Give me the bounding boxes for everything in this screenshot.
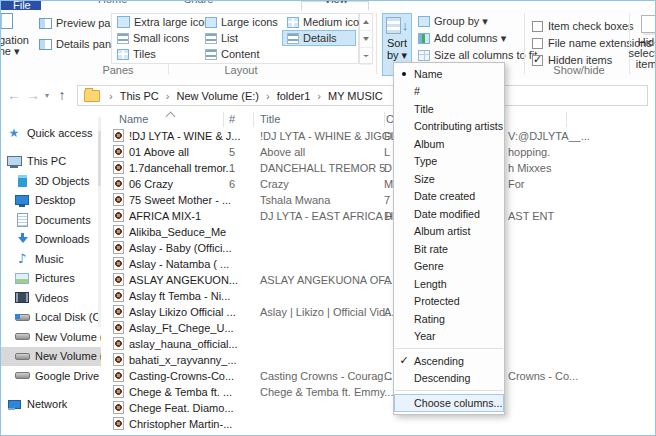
file-name-cell[interactable]: Chege & Temba ft. ... bbox=[129, 384, 232, 400]
layout-gallery-item[interactable]: Tiles bbox=[112, 46, 200, 62]
sort-menu-item[interactable]: Protected bbox=[394, 293, 504, 311]
file-name-cell[interactable]: 06 Crazy bbox=[129, 176, 173, 192]
sort-menu-item[interactable]: Album bbox=[394, 135, 504, 153]
file-row[interactable]: aslay_hauna_official... bbox=[107, 336, 654, 352]
breadcrumb-label[interactable]: folder1 bbox=[273, 90, 315, 102]
sidebar-item[interactable]: Quick access bbox=[1, 123, 101, 143]
file-name-cell[interactable]: Casting-Crowns-Co... bbox=[129, 368, 234, 384]
sort-menu-item[interactable]: Type bbox=[394, 153, 504, 171]
column-separator[interactable] bbox=[384, 112, 385, 127]
checkbox-icon[interactable] bbox=[532, 21, 543, 32]
gallery-scroll-up[interactable] bbox=[360, 14, 372, 31]
group-by-button[interactable]: Group by ▾ bbox=[418, 15, 488, 28]
file-row[interactable]: AFRICA MIX-1 DJ LYTA - EAST AFRICA HI...… bbox=[107, 208, 654, 224]
sort-menu-item[interactable]: Date created bbox=[394, 188, 504, 206]
sort-menu-item[interactable]: Size bbox=[394, 170, 504, 188]
column-separator[interactable] bbox=[566, 112, 567, 127]
file-row[interactable]: Aslay ft Temba - Ni... bbox=[107, 288, 654, 304]
sidebar-item[interactable]: Videos bbox=[1, 288, 101, 308]
layout-gallery-item[interactable]: Small icons bbox=[112, 30, 200, 46]
file-row[interactable]: Chege Feat. Diamo... bbox=[107, 400, 654, 416]
breadcrumb-label[interactable]: MY MUSIC bbox=[324, 90, 387, 102]
sidebar-item[interactable]: 3D Objects bbox=[1, 171, 101, 191]
up-button[interactable]: ↑ bbox=[54, 79, 70, 111]
file-row[interactable]: Casting-Crowns-Co... Casting Crowns - Co… bbox=[107, 368, 654, 384]
sidebar-item[interactable]: Network bbox=[1, 395, 101, 415]
column-header-title[interactable]: Title bbox=[260, 111, 280, 128]
layout-gallery-item[interactable]: List bbox=[200, 30, 282, 46]
breadcrumb-label[interactable]: New Volume (E:) bbox=[172, 90, 263, 102]
file-row[interactable]: 75 Sweet Mother - ... Tshala Mwana 7 bbox=[107, 192, 654, 208]
checkbox-checked-icon[interactable] bbox=[532, 55, 543, 66]
sort-menu-item[interactable]: Bit rate bbox=[394, 240, 504, 258]
sidebar-item[interactable]: This PC bbox=[1, 152, 101, 172]
sort-menu-item[interactable]: Descending bbox=[394, 370, 504, 388]
file-name-cell[interactable]: aslay_hauna_official... bbox=[129, 336, 238, 352]
file-row[interactable]: Aslay - Natamba ( ... bbox=[107, 256, 654, 272]
hide-selected-items-button[interactable]: Hide selected items bbox=[617, 15, 656, 70]
breadcrumb-segment[interactable]: This PC › bbox=[116, 90, 173, 102]
sidebar-item[interactable]: Local Disk (C:) bbox=[1, 308, 101, 328]
details-pane-button[interactable]: Details pane bbox=[39, 38, 117, 50]
sidebar-item[interactable]: Pictures bbox=[1, 269, 101, 289]
file-row[interactable]: 1.7dancehall tremor... 1 DANCEHALL TREMO… bbox=[107, 160, 654, 176]
file-row[interactable]: bahati_x_rayvanny_... bbox=[107, 352, 654, 368]
breadcrumb-segment[interactable]: New Volume (E:) › bbox=[172, 90, 272, 102]
file-name-cell[interactable]: Aslay_Ft_Chege_U... bbox=[129, 320, 234, 336]
sort-menu-item[interactable]: Ascending bbox=[394, 352, 504, 370]
tab-file[interactable]: File bbox=[1, 1, 41, 10]
column-header-number[interactable]: # bbox=[229, 111, 235, 128]
file-row[interactable]: Aslay - Baby (Offici... bbox=[107, 240, 654, 256]
file-name-cell[interactable]: 01 Above all bbox=[129, 144, 189, 160]
sort-menu-item[interactable]: Rating bbox=[394, 310, 504, 328]
sidebar-item[interactable]: Music bbox=[1, 249, 101, 269]
sidebar-item[interactable]: Documents bbox=[1, 210, 101, 230]
layout-gallery-item[interactable]: Content bbox=[200, 46, 282, 62]
sort-menu-item[interactable]: Choose columns... bbox=[394, 394, 504, 412]
file-row[interactable]: Alikiba_Seduce_Me bbox=[107, 224, 654, 240]
file-row[interactable]: !DJ LYTA - WINE & J... !DJ LYTA - WHINE … bbox=[107, 128, 654, 144]
file-name-cell[interactable]: Christopher Martin-... bbox=[129, 416, 232, 432]
forward-button[interactable]: → bbox=[25, 79, 41, 111]
sidebar-item[interactable]: New Volume (D:) bbox=[1, 327, 101, 347]
sort-menu-item[interactable]: # bbox=[394, 83, 504, 101]
gallery-scrollbar[interactable] bbox=[359, 13, 373, 64]
file-name-cell[interactable]: bahati_x_rayvanny_... bbox=[129, 352, 237, 368]
layout-gallery-item[interactable]: Details bbox=[282, 30, 356, 46]
file-name-cell[interactable]: 1.7dancehall tremor... bbox=[129, 160, 235, 176]
layout-gallery-item[interactable]: Large icons bbox=[200, 14, 282, 30]
tab-view[interactable]: View bbox=[301, 1, 369, 10]
sort-menu-item[interactable]: Contributing artists bbox=[394, 118, 504, 136]
gallery-more-button[interactable] bbox=[360, 48, 372, 65]
file-name-cell[interactable]: Aslay - Baby (Offici... bbox=[129, 240, 232, 256]
crumb-chevron-icon[interactable]: › bbox=[314, 90, 324, 102]
sort-menu-item[interactable]: Date modified bbox=[394, 205, 504, 223]
recent-locations-dropdown[interactable]: ▾ bbox=[42, 79, 52, 111]
file-name-cell[interactable]: !DJ LYTA - WINE & J... bbox=[129, 128, 240, 144]
breadcrumb-label[interactable]: This PC bbox=[116, 90, 163, 102]
breadcrumb-segment[interactable]: MY MUSIC › bbox=[324, 90, 387, 102]
sort-menu-item[interactable]: Year bbox=[394, 328, 504, 346]
file-row[interactable]: Aslay Likizo Official ... Aslay | Likizo… bbox=[107, 304, 654, 320]
column-separator[interactable] bbox=[253, 112, 254, 127]
size-all-columns-button[interactable]: Size all columns to fit bbox=[418, 49, 537, 61]
crumb-chevron-icon[interactable]: › bbox=[163, 90, 173, 102]
layout-gallery-item[interactable]: Medium icons bbox=[282, 14, 356, 30]
breadcrumb-segment[interactable]: folder1 › bbox=[273, 90, 324, 102]
file-row[interactable]: 06 Crazy 6 Crazy M For bbox=[107, 176, 654, 192]
sidebar-item[interactable]: Desktop bbox=[1, 191, 101, 211]
file-name-cell[interactable]: Aslay ft Temba - Ni... bbox=[129, 288, 230, 304]
sort-menu-item[interactable]: Name bbox=[394, 65, 504, 83]
file-name-cell[interactable]: Aslay Likizo Official ... bbox=[129, 304, 236, 320]
file-name-cell[interactable]: AFRICA MIX-1 bbox=[129, 208, 201, 224]
file-row[interactable]: Christopher Martin-... bbox=[107, 416, 654, 432]
layout-gallery-item[interactable]: Extra large icons bbox=[112, 14, 200, 30]
sidebar-scrollbar-thumb[interactable] bbox=[98, 131, 101, 186]
gallery-scroll-down[interactable] bbox=[360, 31, 372, 48]
tab-share[interactable]: Share bbox=[184, 1, 213, 5]
tab-home[interactable]: Home bbox=[98, 1, 127, 5]
back-button[interactable]: ← bbox=[5, 79, 23, 111]
sort-menu-item[interactable]: Album artist bbox=[394, 223, 504, 241]
file-row[interactable]: Aslay_Ft_Chege_U... bbox=[107, 320, 654, 336]
navigation-pane-button[interactable]: Navigation pane ▾ bbox=[0, 13, 43, 57]
